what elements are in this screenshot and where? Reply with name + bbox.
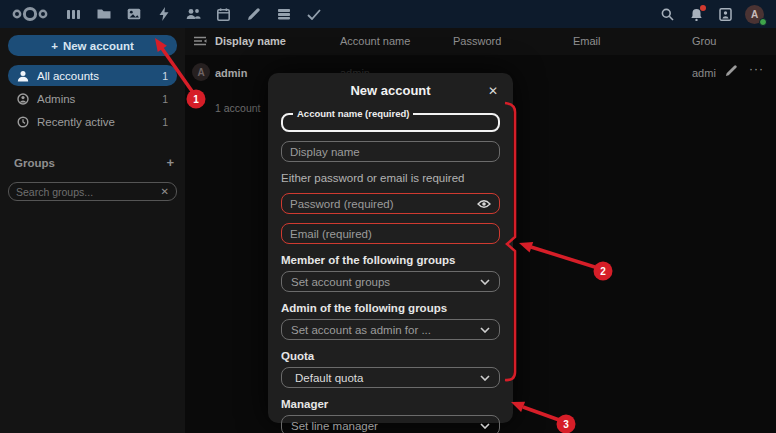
- notes-icon[interactable]: [244, 5, 263, 24]
- email-field: [281, 223, 500, 244]
- quota-value: Default quota: [291, 372, 480, 384]
- count-badge: 1: [162, 70, 168, 82]
- manager-select[interactable]: Set line manager: [281, 415, 500, 433]
- nextcloud-logo-icon[interactable]: [10, 5, 50, 23]
- quota-label: Quota: [281, 350, 500, 362]
- collapse-menu-icon[interactable]: [193, 35, 207, 47]
- app-menu: [64, 5, 323, 24]
- contacts-menu-icon[interactable]: [716, 5, 735, 24]
- dashboard-icon[interactable]: [64, 5, 83, 24]
- groups-header-label: Groups: [14, 157, 55, 169]
- column-header-display-name[interactable]: Display name: [215, 35, 286, 47]
- admin-groups-placeholder: Set account as admin for ...: [291, 324, 480, 336]
- edit-pencil-icon[interactable]: [725, 65, 737, 77]
- clear-search-icon[interactable]: ✕: [161, 186, 169, 197]
- table-header: Display name Account name Password Email…: [185, 28, 776, 55]
- row-more-actions-icon[interactable]: ···: [749, 62, 764, 76]
- column-header-groups[interactable]: Grou: [692, 35, 716, 47]
- modal-title: New account: [281, 81, 500, 101]
- member-groups-label: Member of the following groups: [281, 254, 500, 266]
- notification-badge: [700, 5, 706, 11]
- admin-groups-label: Admin of the following groups: [281, 302, 500, 314]
- avatar-letter: A: [751, 9, 758, 20]
- count-badge: 1: [162, 116, 168, 128]
- accounts-count-label: 1 account: [215, 102, 261, 114]
- sidebar-item-all-accounts[interactable]: All accounts 1: [8, 65, 177, 86]
- password-input[interactable]: [290, 198, 477, 210]
- chevron-down-icon: [480, 375, 490, 381]
- row-display-name: admin: [215, 67, 247, 79]
- member-groups-placeholder: Set account groups: [291, 276, 480, 288]
- display-name-input[interactable]: [290, 146, 491, 158]
- row-avatar: A: [192, 63, 210, 81]
- password-email-hint: Either password or email is required: [281, 172, 500, 184]
- online-status-dot: [759, 18, 767, 26]
- column-header-email[interactable]: Email: [573, 35, 601, 47]
- user-icon: [17, 70, 29, 82]
- manager-label: Manager: [281, 398, 500, 410]
- account-name-label: Account name (required): [293, 108, 413, 119]
- new-account-label: New account: [63, 40, 134, 52]
- user-avatar[interactable]: A: [745, 5, 764, 24]
- group-search-field: ✕: [8, 182, 177, 201]
- manager-placeholder: Set line manager: [291, 420, 480, 432]
- quota-select[interactable]: Default quota: [281, 367, 500, 388]
- sidebar-item-label: Recently active: [37, 116, 115, 128]
- sidebar-item-label: Admins: [37, 93, 75, 105]
- sidebar-nav: All accounts 1 Admins 1 Recently active …: [8, 65, 177, 132]
- deck-icon[interactable]: [274, 5, 293, 24]
- search-groups-input[interactable]: [16, 186, 161, 198]
- sidebar-item-admins[interactable]: Admins 1: [8, 88, 177, 109]
- show-password-eye-icon[interactable]: [477, 199, 491, 209]
- top-bar: A: [0, 0, 776, 28]
- photos-icon[interactable]: [124, 5, 143, 24]
- admin-groups-select[interactable]: Set account as admin for ...: [281, 319, 500, 340]
- activity-icon[interactable]: [154, 5, 173, 24]
- search-icon[interactable]: [658, 5, 677, 24]
- contacts-icon[interactable]: [184, 5, 203, 24]
- new-account-button[interactable]: + New account: [8, 35, 177, 56]
- row-group: admi: [692, 67, 716, 79]
- notifications-bell-icon[interactable]: [687, 5, 706, 24]
- chevron-down-icon: [480, 327, 490, 333]
- admin-user-icon: [17, 93, 29, 105]
- account-name-field: Account name (required): [281, 108, 500, 132]
- groups-section-header: Groups +: [8, 156, 177, 169]
- tasks-icon[interactable]: [304, 5, 323, 24]
- close-icon[interactable]: ✕: [484, 82, 502, 100]
- column-header-account-name[interactable]: Account name: [340, 35, 410, 47]
- modal-header: New account ✕: [281, 81, 500, 101]
- column-header-password[interactable]: Password: [453, 35, 501, 47]
- topbar-right: A: [658, 5, 776, 24]
- count-badge: 1: [162, 93, 168, 105]
- calendar-icon[interactable]: [214, 5, 233, 24]
- clock-icon: [17, 116, 29, 128]
- chevron-down-icon: [480, 423, 490, 429]
- password-field: [281, 193, 500, 214]
- display-name-field: [281, 141, 500, 162]
- sidebar-item-recently-active[interactable]: Recently active 1: [8, 111, 177, 132]
- chevron-down-icon: [480, 279, 490, 285]
- email-input[interactable]: [290, 228, 491, 240]
- plus-icon: +: [51, 40, 58, 52]
- sidebar-item-label: All accounts: [37, 70, 99, 82]
- accounts-sidebar: + New account All accounts 1 Admins 1 R: [0, 28, 185, 433]
- add-group-icon[interactable]: +: [166, 156, 174, 169]
- files-icon[interactable]: [94, 5, 113, 24]
- account-name-input[interactable]: [291, 123, 490, 135]
- member-groups-select[interactable]: Set account groups: [281, 271, 500, 292]
- new-account-modal: New account ✕ Account name (required) Ei…: [268, 73, 513, 423]
